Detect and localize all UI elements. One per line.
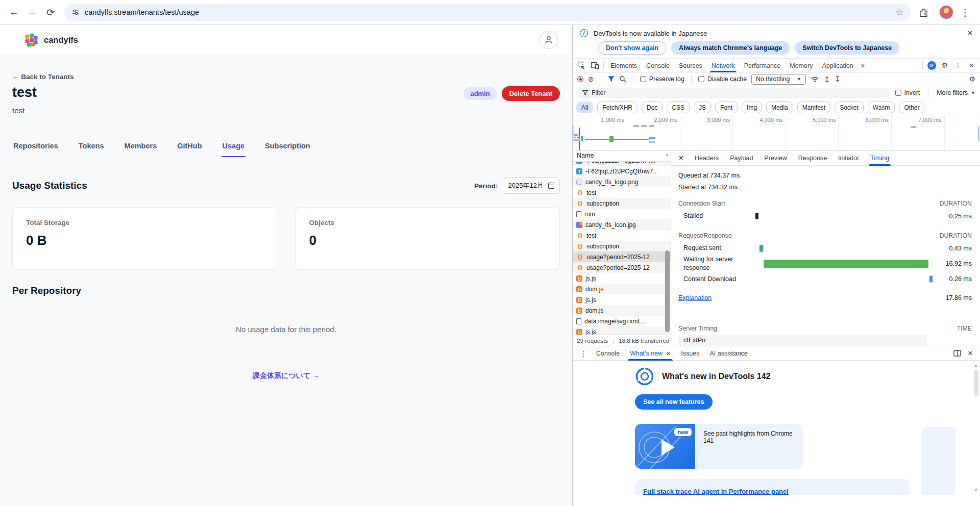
chip-font[interactable]: Font [715, 102, 738, 113]
chip-other[interactable]: Other [899, 102, 924, 113]
network-request-row[interactable]: {;}test [573, 187, 671, 198]
drawer-menu-icon[interactable]: ⋮ [576, 349, 591, 358]
chip-img[interactable]: Img [742, 102, 762, 113]
disable-cache-checkbox[interactable]: Disable cache [698, 75, 747, 83]
tab-github[interactable]: GitHub [176, 137, 203, 157]
scroll-up-icon[interactable]: ▲ [665, 152, 669, 157]
invert-filter-checkbox[interactable]: Invert [895, 89, 920, 96]
feature-link[interactable]: Full stack trace AI agent in Performance… [643, 488, 789, 495]
feature-card[interactable]: Full stack trace AI agent in Performance… [635, 479, 910, 495]
network-request-row[interactable]: candy_lfs_icon.jpg [573, 219, 671, 230]
network-request-row[interactable]: {;}test [573, 230, 671, 241]
devtools-promo-icon[interactable]: ⟳ [925, 60, 938, 71]
tab-usage[interactable]: Usage [222, 137, 246, 157]
drawer-scrollbar-thumb[interactable] [974, 370, 978, 396]
network-request-row[interactable]: T-F6djtqLzLzI-_bg2&M7T... [573, 162, 671, 166]
tab-repositories[interactable]: Repositories [12, 137, 59, 157]
extensions-icon[interactable] [919, 8, 928, 17]
drawer-close-icon[interactable]: ✕ [964, 348, 977, 359]
network-request-row[interactable]: {}js.js [573, 326, 671, 335]
highlights-card[interactable]: new See past highlights from Chrome 141 [635, 424, 803, 469]
network-request-row[interactable]: {}js.js [573, 294, 671, 305]
see-all-features-button[interactable]: See all new features [635, 394, 713, 410]
browser-menu-icon[interactable]: ⋮ [959, 4, 972, 21]
drawer-tab-close-icon[interactable]: ✕ [666, 350, 671, 357]
site-settings-icon[interactable] [71, 8, 80, 16]
drawer-tab-ai-assistance[interactable]: AI assistance [704, 346, 752, 361]
network-request-row[interactable]: {;}usage?period=2025-12 [573, 251, 671, 262]
devtools-settings-icon[interactable]: ⚙ [938, 60, 951, 71]
period-date-input[interactable]: 2025年12月 [503, 178, 560, 194]
inspect-element-icon[interactable] [575, 60, 588, 71]
network-request-row[interactable]: {}dom.js [573, 284, 671, 294]
drawer-tab-issues[interactable]: Issues [676, 346, 704, 361]
back-to-tenants-link[interactable]: ← Back to Tenants [12, 73, 74, 81]
tab-members[interactable]: Members [124, 137, 158, 157]
network-request-row[interactable]: data:image/svg+xml;... [573, 316, 671, 326]
drawer-scroll-down-icon[interactable]: ▼ [974, 488, 978, 492]
chip-socket[interactable]: Socket [835, 102, 864, 113]
chip-manifest[interactable]: Manifest [797, 102, 830, 113]
delete-tenant-button[interactable]: Delete Tenant [502, 86, 560, 101]
chip-css[interactable]: CSS [667, 102, 690, 113]
network-request-row[interactable]: candy_lfs_logo.png [573, 176, 671, 187]
devtools-menu-icon[interactable]: ⋮ [951, 60, 965, 71]
chip-doc[interactable]: Doc [642, 102, 663, 113]
request-list-scrollbar[interactable]: ▲ ▼ [664, 150, 671, 335]
infobar-close-icon[interactable]: ✕ [967, 29, 973, 37]
detail-tab-headers[interactable]: Headers [689, 150, 724, 166]
overview-left-handle[interactable] [573, 126, 574, 141]
drawer-tab-console[interactable]: Console [591, 346, 625, 361]
chip-all[interactable]: All [576, 102, 593, 113]
filter-toggle-icon[interactable] [608, 76, 615, 82]
drawer-scroll-up-icon[interactable]: ▲ [974, 363, 978, 368]
devtools-tab-performance[interactable]: Performance [740, 59, 786, 72]
detail-tab-response[interactable]: Response [793, 150, 832, 166]
export-har-icon[interactable]: ↧ [835, 75, 841, 83]
chip-wasm[interactable]: Wasm [868, 102, 895, 113]
forward-icon[interactable]: → [23, 4, 41, 21]
brand[interactable]: candylfs [23, 32, 78, 47]
devtools-tab-elements[interactable]: Elements [606, 59, 642, 72]
network-overview-timeline[interactable]: 1,000 ms2,000 ms3,000 ms4,000 ms5,000 ms… [573, 115, 980, 150]
devtools-tab-network[interactable]: Network [707, 59, 740, 72]
network-request-row[interactable]: {;}subscription [573, 198, 671, 209]
network-settings-icon[interactable]: ⚙ [969, 75, 975, 83]
name-column-header[interactable]: Name [573, 150, 671, 162]
user-menu-button[interactable] [540, 31, 558, 49]
calendar-icon[interactable] [548, 183, 554, 189]
detail-tab-timing[interactable]: Timing [865, 150, 895, 166]
detail-tab-initiator[interactable]: Initiator [832, 150, 865, 166]
devtools-close-icon[interactable]: ✕ [965, 60, 978, 71]
tab-tokens[interactable]: Tokens [78, 137, 105, 157]
throttling-select[interactable]: No throttling▼ [751, 74, 806, 85]
infobar-button-don-t-show-again[interactable]: Don't show again [598, 41, 666, 55]
clear-network-log-icon[interactable]: ⊘ [588, 75, 594, 83]
more-filters-dropdown[interactable]: More filters▼ [937, 89, 975, 96]
scrollbar-thumb[interactable] [665, 250, 670, 332]
bookmark-star-icon[interactable]: ☆ [896, 7, 903, 18]
close-detail-icon[interactable]: ✕ [673, 154, 689, 162]
more-tabs-icon[interactable]: » [858, 61, 868, 69]
drawer-tab-what-s-new[interactable]: What's new✕ [625, 346, 676, 361]
devtools-tab-application[interactable]: Application [817, 59, 857, 72]
scroll-down-icon[interactable]: ▼ [665, 328, 669, 333]
profile-avatar[interactable] [939, 5, 953, 19]
billing-info-link[interactable]: 課金体系について → [12, 371, 560, 381]
reload-icon[interactable]: ⟳ [42, 4, 59, 21]
record-network-log-icon[interactable] [577, 76, 583, 82]
network-request-row[interactable]: rum [573, 209, 671, 219]
infobar-button-switch-devtools-to-japanese[interactable]: Switch DevTools to Japanese [795, 41, 899, 55]
detail-tab-preview[interactable]: Preview [758, 150, 792, 166]
tab-subscription[interactable]: Subscription [264, 137, 311, 157]
url-text[interactable]: candylfs.stream/tenants/test/usage [85, 8, 891, 16]
chip-fetch-xhr[interactable]: Fetch/XHR [597, 102, 638, 113]
drawer-split-view-icon[interactable] [950, 348, 964, 359]
back-icon[interactable]: ← [5, 4, 22, 21]
network-request-row[interactable]: {;}usage?period=2025-12 [573, 262, 671, 273]
chip-media[interactable]: Media [766, 102, 793, 113]
network-request-row[interactable]: T-F62fjtqLzI2JPCgQBnw7... [573, 166, 671, 176]
devtools-tab-memory[interactable]: Memory [785, 59, 817, 72]
infobar-button-always-match-chrome-s-language[interactable]: Always match Chrome's language [671, 41, 790, 55]
address-bar[interactable]: candylfs.stream/tenants/test/usage ☆ [64, 4, 911, 21]
